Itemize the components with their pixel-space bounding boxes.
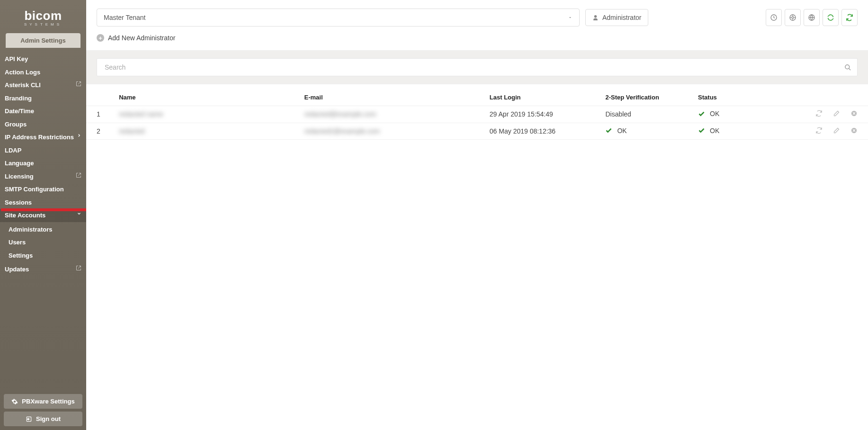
administrator-button[interactable]: Administrator xyxy=(585,9,648,26)
row-delete-icon[interactable] xyxy=(850,127,858,134)
add-administrator-link[interactable]: + Add New Administrator xyxy=(97,34,175,42)
sidebar-item-action-logs[interactable]: Action Logs xyxy=(0,66,86,79)
sidebar-item-label: Users xyxy=(9,239,26,246)
sidebar-subitem-settings[interactable]: Settings xyxy=(0,249,86,262)
sidebar-item-licensing[interactable]: Licensing xyxy=(0,170,86,183)
sync-icon-button[interactable] xyxy=(841,9,858,26)
table-header-email[interactable]: E-mail xyxy=(300,89,485,106)
sidebar-subitem-administrators[interactable]: Administrators xyxy=(0,223,86,236)
table-header-last-login[interactable]: Last Login xyxy=(486,89,602,106)
row-status-text: OK xyxy=(710,110,719,117)
logo-sub: SYSTEMS xyxy=(0,22,86,27)
svg-point-4 xyxy=(845,64,850,69)
row-actions xyxy=(796,110,858,117)
row-edit-icon[interactable] xyxy=(833,110,840,117)
refresh-icon-button[interactable] xyxy=(823,9,839,26)
sidebar-item-label: Action Logs xyxy=(5,69,40,76)
administrators-table: Name E-mail Last Login 2-Step Verificati… xyxy=(86,89,868,140)
administrator-button-label: Administrator xyxy=(602,14,641,21)
row-2step-text: OK xyxy=(617,127,626,134)
globe-icon-button[interactable] xyxy=(804,9,820,26)
logo: bicom SYSTEMS xyxy=(0,0,86,33)
row-refresh-icon[interactable] xyxy=(815,127,823,134)
clock-icon-button[interactable] xyxy=(766,9,782,26)
external-link-icon xyxy=(76,172,81,178)
row-2step: Disabled xyxy=(601,106,694,123)
sidebar-item-label: Branding xyxy=(5,95,32,102)
row-edit-icon[interactable] xyxy=(833,127,840,134)
site-accounts-submenu: Administrators Users Settings xyxy=(0,222,86,263)
row-last-login: 29 Apr 2019 15:54:49 xyxy=(486,106,602,123)
sidebar-item-updates[interactable]: Updates xyxy=(0,263,86,276)
external-link-icon xyxy=(76,81,81,87)
main-content: Master Tenant Administrator xyxy=(86,0,868,430)
row-index: 2 xyxy=(86,123,115,140)
row-delete-icon[interactable] xyxy=(850,110,858,117)
table-header-status[interactable]: Status xyxy=(694,89,793,106)
sidebar-submenu-wrap: Administrators Users Settings xyxy=(0,222,86,263)
table-header-actions xyxy=(793,89,868,106)
search-input[interactable] xyxy=(103,59,844,76)
table-header-row: Name E-mail Last Login 2-Step Verificati… xyxy=(86,89,868,106)
check-icon xyxy=(698,127,705,134)
table-row[interactable]: 2 redacted redacted2@example.com 06 May … xyxy=(86,123,868,140)
sidebar-item-label: Licensing xyxy=(5,173,34,180)
tenant-select-value: Master Tenant xyxy=(104,14,145,21)
sidebar-item-label: Administrators xyxy=(9,226,52,233)
sidebar-item-label: Site Accounts xyxy=(5,212,45,219)
chevron-right-icon xyxy=(77,133,81,138)
row-last-login: 06 May 2019 08:12:36 xyxy=(486,123,602,140)
row-status: OK xyxy=(698,110,719,117)
sidebar-item-groups[interactable]: Groups xyxy=(0,118,86,131)
sidebar-item-branding[interactable]: Branding xyxy=(0,92,86,105)
row-2step: OK xyxy=(605,127,626,134)
sidebar-item-label: LDAP xyxy=(5,147,21,154)
table-row[interactable]: 1 redacted name redacted@example.com 29 … xyxy=(86,106,868,123)
sidebar-item-smtp[interactable]: SMTP Configuration xyxy=(0,183,86,196)
pbxware-settings-button[interactable]: PBXware Settings xyxy=(4,394,82,409)
sidebar-item-asterisk-cli[interactable]: Asterisk CLI xyxy=(0,79,86,92)
sidebar-button-label: Sign out xyxy=(36,415,61,422)
logo-brand: bicom xyxy=(24,9,62,23)
sidebar-item-label: Updates xyxy=(5,266,29,273)
sign-out-button[interactable]: Sign out xyxy=(4,412,82,426)
sidebar-bottom: PBXware Settings Sign out xyxy=(4,391,82,426)
plus-circle-icon: + xyxy=(97,34,104,42)
sidebar-item-api-key[interactable]: API Key xyxy=(0,53,86,66)
sidebar-item-site-accounts[interactable]: Site Accounts xyxy=(0,209,86,222)
add-row: + Add New Administrator xyxy=(86,29,868,50)
search-icon[interactable] xyxy=(844,64,851,71)
sidebar-item-sessions[interactable]: Sessions xyxy=(0,196,86,209)
admin-settings-tab[interactable]: Admin Settings xyxy=(6,33,81,48)
sidebar-item-label: Sessions xyxy=(5,199,32,206)
gear-icon xyxy=(11,398,18,405)
row-refresh-icon[interactable] xyxy=(815,110,823,117)
table-header-idx xyxy=(86,89,115,106)
sidebar-item-ip-restrictions[interactable]: IP Address Restrictions xyxy=(0,131,86,144)
sidebar-subitem-users[interactable]: Users xyxy=(0,236,86,249)
add-administrator-label: Add New Administrator xyxy=(108,34,175,42)
sidebar: bicom SYSTEMS Admin Settings API Key Act… xyxy=(0,0,86,430)
sidebar-item-label: Settings xyxy=(9,252,33,259)
sidebar-item-ldap[interactable]: LDAP xyxy=(0,144,86,157)
top-toolbar: Master Tenant Administrator xyxy=(86,0,868,29)
table-header-2step[interactable]: 2-Step Verification xyxy=(601,89,694,106)
search-bar-wrap xyxy=(86,50,868,84)
sidebar-item-date-time[interactable]: Date/Time xyxy=(0,105,86,118)
tenant-select[interactable]: Master Tenant xyxy=(97,9,580,27)
row-email: redacted2@example.com xyxy=(304,127,380,135)
table-header-name[interactable]: Name xyxy=(115,89,300,106)
support-icon-button[interactable] xyxy=(785,9,801,26)
sidebar-item-label: Date/Time xyxy=(5,108,34,115)
sidebar-item-label: SMTP Configuration xyxy=(5,186,64,193)
row-name: redacted name xyxy=(119,110,163,118)
sidebar-item-language[interactable]: Language xyxy=(0,157,86,170)
check-icon xyxy=(698,110,705,117)
sidebar-nav: API Key Action Logs Asterisk CLI Brandin… xyxy=(0,51,86,278)
row-index: 1 xyxy=(86,106,115,123)
sidebar-item-label: API Key xyxy=(5,55,28,63)
sidebar-item-label: Asterisk CLI xyxy=(5,81,41,89)
row-email: redacted@example.com xyxy=(304,110,376,118)
check-icon xyxy=(605,127,612,134)
row-status: OK xyxy=(698,127,719,134)
